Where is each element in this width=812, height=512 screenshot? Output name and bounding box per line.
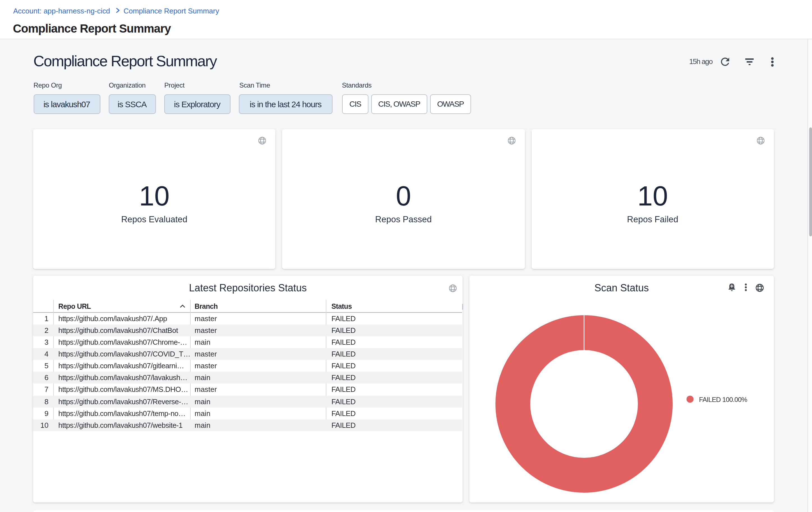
svg-text:FAILED 100.00%: FAILED 100.00% <box>699 396 747 403</box>
